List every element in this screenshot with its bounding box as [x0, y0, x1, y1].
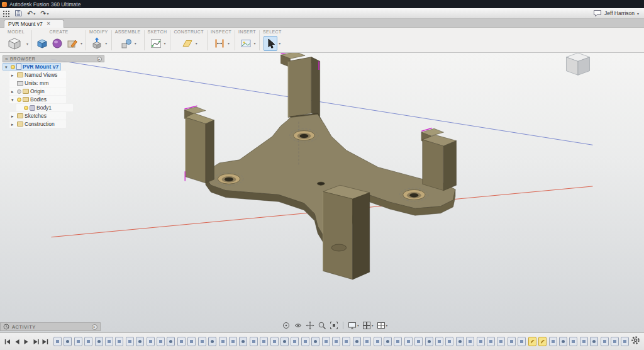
chevron-down-icon[interactable]: ▾	[196, 41, 197, 45]
look-at-button[interactable]	[294, 321, 303, 330]
pan-button[interactable]	[306, 321, 314, 330]
timeline-feature-icon[interactable]	[147, 337, 155, 346]
timeline-settings-gear-icon[interactable]	[631, 336, 640, 347]
zoom-button[interactable]	[318, 321, 326, 330]
chevron-down-icon[interactable]: ▾	[33, 11, 35, 16]
visibility-bulb-icon[interactable]	[17, 98, 21, 102]
timeline-feature-icon[interactable]	[229, 337, 237, 346]
timeline-feature-icon[interactable]	[126, 337, 134, 346]
timeline-feature-icon[interactable]	[84, 337, 92, 346]
timeline-feature-icon[interactable]	[601, 337, 609, 346]
timeline-feature-icon[interactable]	[435, 337, 443, 346]
timeline-feature-icon[interactable]	[115, 337, 123, 346]
user-menu[interactable]: Jeff Harrison	[604, 10, 635, 16]
timeline-feature-icon[interactable]	[580, 337, 588, 346]
document-tab[interactable]: PVR Mount v7 ✕	[4, 20, 64, 28]
timeline-sketch-feature-icon[interactable]	[538, 337, 547, 346]
timeline-hole-feature-icon[interactable]	[456, 337, 464, 346]
timeline-feature-icon[interactable]	[322, 337, 330, 346]
timeline-hole-feature-icon[interactable]	[280, 337, 289, 346]
chevron-down-icon[interactable]: ▾	[47, 11, 48, 16]
expand-arrow-icon[interactable]: ▸	[11, 89, 16, 94]
expand-arrow-icon[interactable]: ▾	[5, 65, 9, 69]
go-to-end-button[interactable]	[42, 338, 48, 346]
timeline-feature-icon[interactable]	[291, 337, 299, 346]
browser-item-body1[interactable]: Body1	[16, 104, 73, 111]
timeline-feature-icon[interactable]	[363, 337, 371, 346]
panel-toggle-icon[interactable]: ▸	[97, 57, 102, 62]
expand-arrow-icon[interactable]: ▾	[11, 98, 16, 102]
viewports-button[interactable]: ▾	[377, 321, 388, 330]
timeline-feature-icon[interactable]	[497, 337, 505, 346]
timeline-feature-icon[interactable]	[394, 337, 402, 346]
chevron-down-icon[interactable]: ▾	[372, 324, 374, 327]
timeline-feature-icon[interactable]	[414, 337, 423, 346]
timeline-feature-icon[interactable]	[187, 337, 196, 346]
timeline-feature-icon[interactable]	[260, 337, 268, 346]
chevron-down-icon[interactable]: ▾	[386, 324, 388, 327]
expand-activity-icon[interactable]: ▸	[92, 324, 97, 330]
display-settings-button[interactable]: ▾	[348, 321, 359, 330]
step-forward-button[interactable]	[32, 338, 39, 346]
chevron-down-icon[interactable]: ▾	[254, 41, 256, 45]
timeline-feature-icon[interactable]	[219, 337, 227, 346]
expand-arrow-icon[interactable]: ▸	[11, 122, 16, 127]
sketch-spline-icon[interactable]	[149, 36, 163, 51]
timeline-hole-feature-icon[interactable]	[136, 337, 144, 346]
chevron-down-icon[interactable]: ▾	[80, 41, 82, 45]
ribbon-group-label[interactable]: INSPECT	[211, 29, 231, 35]
timeline-feature-icon[interactable]	[404, 337, 413, 346]
data-panel-grid-button[interactable]	[0, 8, 12, 18]
ribbon-group-label[interactable]: CREATE	[49, 29, 68, 35]
ribbon-group-label[interactable]: MODIFY	[89, 29, 108, 35]
timeline-feature-icon[interactable]	[332, 337, 340, 346]
chevron-down-icon[interactable]: ▾	[164, 41, 166, 45]
construct-plane-icon[interactable]	[180, 36, 194, 51]
redo-button[interactable]: ↷▾	[38, 8, 51, 18]
play-button[interactable]	[23, 338, 30, 346]
timeline-feature-icon[interactable]	[374, 337, 382, 346]
timeline-hole-feature-icon[interactable]	[384, 337, 392, 346]
timeline-hole-feature-icon[interactable]	[311, 337, 319, 346]
chevron-down-icon[interactable]: ▾	[105, 41, 107, 45]
chevron-down-icon[interactable]: ▾	[279, 41, 280, 45]
timeline-feature-icon[interactable]	[198, 337, 206, 346]
timeline-feature-icon[interactable]	[487, 337, 495, 346]
timeline-feature-icon[interactable]	[477, 337, 485, 346]
timeline-hole-feature-icon[interactable]	[353, 337, 361, 346]
orbit-button[interactable]	[282, 321, 291, 330]
timeline-feature-icon[interactable]	[466, 337, 474, 346]
countersink-hole[interactable]	[403, 189, 425, 200]
timeline-feature-icon[interactable]	[518, 337, 526, 346]
timeline-hole-feature-icon[interactable]	[95, 337, 103, 346]
create-form-icon[interactable]	[65, 36, 79, 51]
timeline-feature-icon[interactable]	[74, 337, 82, 346]
ribbon-group-label[interactable]: CONSTRUCT	[174, 29, 204, 35]
save-button[interactable]	[12, 8, 25, 18]
chevron-down-icon[interactable]: ▾	[26, 42, 28, 46]
countersink-hole[interactable]	[218, 174, 240, 184]
timeline-hole-feature-icon[interactable]	[239, 337, 247, 346]
countersink-hole[interactable]	[294, 131, 315, 140]
chevron-down-icon[interactable]: ▾	[637, 11, 639, 16]
timeline-feature-icon[interactable]	[157, 337, 165, 346]
browser-item-named-views[interactable]: ▸Named Views	[9, 71, 66, 79]
timeline-feature-icon[interactable]	[549, 337, 557, 346]
collapse-panel-icon[interactable]: «	[5, 57, 8, 62]
timeline-feature-icon[interactable]	[611, 337, 619, 346]
timeline-hole-feature-icon[interactable]	[208, 337, 216, 346]
assemble-joint-icon[interactable]	[119, 36, 133, 51]
ribbon-group-label[interactable]: SELECT	[263, 29, 282, 35]
timeline-feature-icon[interactable]	[621, 337, 629, 346]
chevron-down-icon[interactable]: ▾	[135, 41, 136, 45]
timeline-feature-icon[interactable]	[342, 337, 350, 346]
browser-item-construction[interactable]: ▸Construction	[9, 120, 66, 128]
timeline-feature-icon[interactable]	[53, 337, 62, 346]
create-sphere-icon[interactable]	[50, 36, 64, 51]
visibility-bulb-icon[interactable]	[24, 106, 28, 110]
ribbon-group-label[interactable]: ASSEMBLE	[115, 29, 141, 35]
workspace-model-icon[interactable]	[4, 35, 25, 52]
close-icon[interactable]: ✕	[47, 21, 51, 26]
browser-item-pvr-mount-v7[interactable]: ▾PVR Mount v7	[3, 63, 61, 71]
timeline-hole-feature-icon[interactable]	[425, 337, 433, 346]
